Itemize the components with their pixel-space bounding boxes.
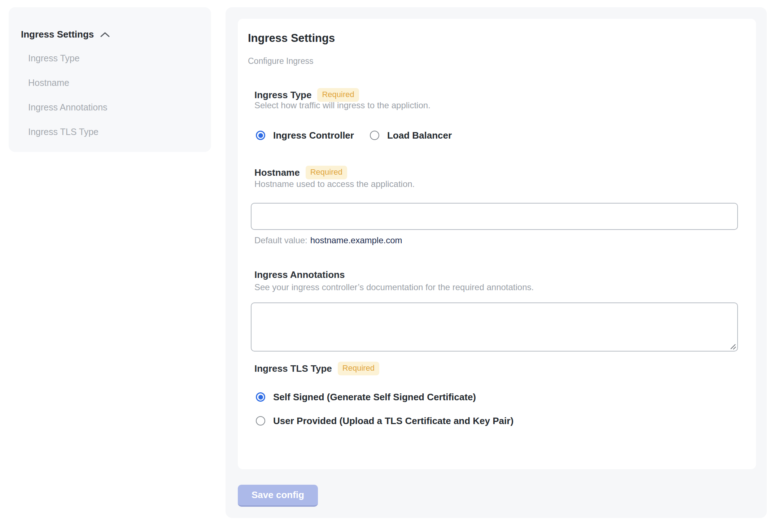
- radio-option-label: Self Signed (Generate Self Signed Certif…: [273, 392, 476, 403]
- hostname-help: Hostname used to access the application.: [254, 179, 415, 189]
- ingress-type-help: Select how traffic will ingress to the a…: [254, 100, 430, 110]
- sidebar-items: Ingress Type Hostname Ingress Annotation…: [28, 52, 108, 150]
- required-badge: Required: [306, 166, 347, 179]
- sidebar-item-ingress-tls-type[interactable]: Ingress TLS Type: [28, 126, 108, 138]
- page-subtitle: Configure Ingress: [248, 56, 314, 66]
- chevron-up-icon[interactable]: [100, 31, 110, 38]
- settings-panel: Ingress Settings Configure Ingress Ingre…: [226, 7, 767, 518]
- config-page: Ingress Settings Ingress Type Hostname I…: [0, 0, 778, 532]
- radio-unselected-icon[interactable]: [256, 416, 265, 426]
- radio-selected-icon[interactable]: [256, 131, 265, 140]
- hostname-input[interactable]: [251, 203, 738, 230]
- annotations-textarea[interactable]: [251, 302, 738, 352]
- ingress-type-label-row: Ingress Type Required: [254, 88, 359, 102]
- radio-option-ingress-controller[interactable]: Ingress Controller: [256, 129, 354, 141]
- hostname-label-row: Hostname Required: [254, 166, 347, 179]
- save-config-button[interactable]: Save config: [238, 485, 318, 507]
- default-value-prefix: Default value:: [254, 235, 307, 245]
- hostname-default-line: Default value:hostname.example.com: [254, 235, 402, 245]
- hostname-label: Hostname: [254, 167, 300, 178]
- sidebar-section-header[interactable]: Ingress Settings: [21, 29, 110, 40]
- radio-option-label: User Provided (Upload a TLS Certificate …: [273, 415, 513, 427]
- annotations-label-row: Ingress Annotations: [254, 269, 345, 280]
- annotations-label: Ingress Annotations: [254, 269, 345, 280]
- ingress-type-options: Ingress Controller Load Balancer: [256, 129, 452, 141]
- radio-unselected-icon[interactable]: [370, 131, 379, 140]
- sidebar-item-ingress-type[interactable]: Ingress Type: [28, 52, 108, 64]
- annotations-textarea-wrap: [251, 302, 738, 352]
- radio-option-label: Load Balancer: [387, 130, 452, 141]
- required-badge: Required: [317, 88, 359, 102]
- default-value-text: hostname.example.com: [310, 235, 402, 245]
- ingress-settings-card: Ingress Settings Configure Ingress Ingre…: [238, 19, 756, 469]
- page-title: Ingress Settings: [248, 32, 335, 45]
- radio-option-load-balancer[interactable]: Load Balancer: [370, 129, 452, 141]
- radio-option-label: Ingress Controller: [273, 130, 354, 141]
- sidebar-section-title: Ingress Settings: [21, 29, 94, 40]
- textarea-resize-handle[interactable]: [730, 343, 736, 350]
- settings-nav-sidebar: Ingress Settings Ingress Type Hostname I…: [9, 7, 211, 152]
- radio-option-user-provided[interactable]: User Provided (Upload a TLS Certificate …: [256, 415, 513, 427]
- tls-type-options: Self Signed (Generate Self Signed Certif…: [256, 391, 513, 427]
- sidebar-item-ingress-annotations[interactable]: Ingress Annotations: [28, 101, 108, 113]
- tls-type-label-row: Ingress TLS Type Required: [254, 362, 379, 375]
- tls-type-label: Ingress TLS Type: [254, 363, 332, 374]
- annotations-help: See your ingress controller’s documentat…: [254, 282, 534, 292]
- radio-option-self-signed[interactable]: Self Signed (Generate Self Signed Certif…: [256, 391, 513, 403]
- ingress-type-label: Ingress Type: [254, 90, 311, 101]
- sidebar-item-hostname[interactable]: Hostname: [28, 77, 108, 89]
- radio-selected-icon[interactable]: [256, 392, 265, 402]
- required-badge: Required: [338, 362, 379, 375]
